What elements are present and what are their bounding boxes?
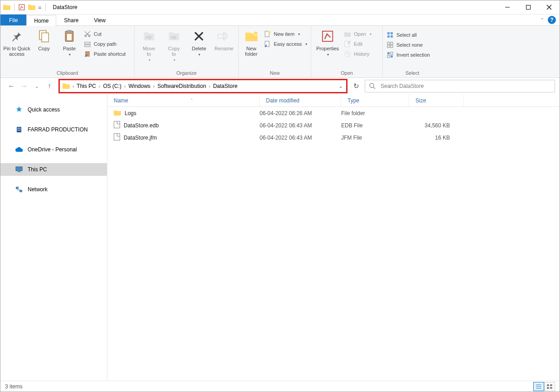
- svg-rect-35: [387, 52, 390, 54]
- qat-folder-icon[interactable]: [28, 4, 35, 11]
- select-all-button[interactable]: Select all: [385, 30, 432, 39]
- column-type[interactable]: Type: [341, 94, 409, 106]
- svg-rect-43: [19, 128, 20, 129]
- ribbon: Pin to Quick access Copy Paste ▾ Cut Cop…: [0, 26, 560, 78]
- chevron-right-icon[interactable]: ›: [122, 84, 127, 89]
- breadcrumb-datastore[interactable]: DataStore: [213, 83, 237, 89]
- svg-rect-46: [16, 167, 22, 171]
- nav-onedrive[interactable]: OneDrive - Personal: [0, 143, 107, 156]
- new-folder-button[interactable]: New folder: [241, 27, 262, 57]
- file-name: DataStore.edb: [124, 122, 159, 129]
- nav-up-button[interactable]: ↑: [45, 82, 54, 90]
- breadcrumb-windows[interactable]: Windows: [128, 83, 150, 89]
- copy-button[interactable]: Copy: [31, 27, 57, 51]
- group-open-label: Open: [313, 69, 381, 77]
- file-icon: [114, 133, 120, 142]
- svg-rect-32: [391, 42, 393, 44]
- easy-access-button[interactable]: Easy access▾: [262, 39, 309, 48]
- search-placeholder: Search DataStore: [381, 83, 424, 89]
- svg-rect-28: [391, 32, 393, 34]
- history-icon: [344, 50, 351, 58]
- sort-indicator-icon: ˄: [191, 98, 193, 103]
- rename-button[interactable]: Rename: [212, 27, 237, 51]
- ribbon-collapse-icon[interactable]: ⌃: [540, 17, 544, 23]
- chevron-right-icon[interactable]: ›: [97, 84, 102, 89]
- pin-quick-access-button[interactable]: Pin to Quick access: [2, 27, 31, 57]
- edit-button[interactable]: Edit: [342, 39, 373, 48]
- chevron-down-icon: ▾: [69, 53, 71, 57]
- minimize-button[interactable]: [497, 0, 518, 14]
- svg-rect-41: [17, 127, 21, 132]
- breadcrumb-os-c[interactable]: OS (C:): [103, 83, 121, 89]
- search-input[interactable]: Search DataStore: [365, 80, 555, 92]
- copy-to-button[interactable]: Copy to▾: [161, 27, 186, 62]
- svg-rect-8: [67, 30, 72, 32]
- maximize-button[interactable]: [518, 0, 539, 14]
- history-button[interactable]: History: [342, 49, 373, 58]
- move-to-button[interactable]: Move to▾: [136, 27, 161, 62]
- address-bar[interactable]: › This PC › OS (C:) › Windows › Software…: [58, 79, 348, 93]
- tab-file[interactable]: File: [0, 15, 26, 25]
- file-name: DataStore.jfm: [124, 135, 157, 141]
- large-icons-view-button[interactable]: [544, 382, 555, 391]
- delete-button[interactable]: Delete▾: [187, 27, 212, 57]
- svg-rect-33: [387, 45, 390, 48]
- column-name[interactable]: Name ˄: [107, 94, 260, 106]
- nav-quick-access[interactable]: Quick access: [0, 103, 107, 116]
- column-size[interactable]: Size: [409, 94, 463, 106]
- svg-point-11: [88, 35, 90, 37]
- invert-selection-button[interactable]: Invert selection: [385, 50, 432, 59]
- copy-path-button[interactable]: Copy path: [82, 39, 127, 48]
- svg-line-40: [373, 87, 375, 89]
- table-row[interactable]: Logs06-04-2022 06:26 AMFile folder: [107, 107, 560, 119]
- close-button[interactable]: [539, 0, 560, 14]
- address-dropdown-icon[interactable]: ⌄: [335, 83, 346, 89]
- nav-back-button[interactable]: ←: [7, 82, 16, 90]
- nav-farrad[interactable]: FARRAD PRODUCTION: [0, 123, 107, 136]
- chevron-right-icon[interactable]: ›: [71, 84, 76, 89]
- breadcrumb-softwaredistribution[interactable]: SoftwareDistribution: [157, 83, 206, 89]
- help-icon[interactable]: ?: [548, 16, 556, 24]
- group-organize-label: Organize: [136, 69, 237, 77]
- nav-recent-dropdown[interactable]: ⌄: [32, 84, 41, 89]
- svg-rect-6: [42, 33, 48, 42]
- nav-network[interactable]: Network: [0, 183, 107, 196]
- paste-shortcut-button[interactable]: Paste shortcut: [82, 49, 127, 58]
- svg-point-10: [85, 35, 87, 37]
- properties-button[interactable]: Properties▾: [313, 27, 342, 57]
- svg-rect-30: [391, 35, 393, 38]
- open-button[interactable]: Open▾: [342, 29, 373, 39]
- scissors-icon: [84, 30, 91, 38]
- details-view-button[interactable]: [533, 382, 544, 391]
- tab-share[interactable]: Share: [56, 15, 86, 25]
- open-icon: [344, 30, 351, 38]
- nav-this-pc[interactable]: This PC: [0, 163, 107, 176]
- qat-divider-2: [45, 3, 46, 11]
- qat-dropdown-icon[interactable]: =: [38, 4, 42, 11]
- cloud-icon: [15, 146, 23, 153]
- navbar: ← → ⌄ ↑ › This PC › OS (C:) › Windows › …: [0, 78, 560, 94]
- chevron-right-icon[interactable]: ›: [151, 84, 156, 89]
- svg-rect-25: [345, 41, 349, 47]
- breadcrumb-this-pc[interactable]: This PC: [77, 83, 96, 89]
- cut-button[interactable]: Cut: [82, 29, 127, 39]
- chevron-right-icon[interactable]: ›: [207, 84, 212, 89]
- column-date[interactable]: Date modified: [260, 94, 341, 106]
- qat-properties-icon[interactable]: [18, 4, 25, 11]
- table-row[interactable]: DataStore.jfm06-04-2022 06:43 AMJFM File…: [107, 131, 560, 144]
- paste-button[interactable]: Paste ▾: [57, 27, 82, 57]
- table-row[interactable]: DataStore.edb06-04-2022 06:43 AMEDB File…: [107, 119, 560, 131]
- svg-rect-53: [547, 384, 549, 386]
- select-none-icon: [386, 41, 394, 48]
- ribbon-tabs: File Home Share View ⌃ ?: [0, 15, 560, 26]
- new-item-button[interactable]: New item▾: [262, 29, 309, 39]
- refresh-button[interactable]: ↻: [349, 82, 363, 90]
- status-bar: 3 items: [0, 381, 560, 392]
- svg-rect-44: [18, 130, 19, 131]
- svg-rect-17: [218, 34, 227, 38]
- nav-forward-button[interactable]: →: [19, 82, 29, 90]
- tab-home[interactable]: Home: [26, 15, 56, 26]
- tab-view[interactable]: View: [86, 15, 113, 25]
- invert-icon: [386, 51, 394, 58]
- select-none-button[interactable]: Select none: [385, 40, 432, 49]
